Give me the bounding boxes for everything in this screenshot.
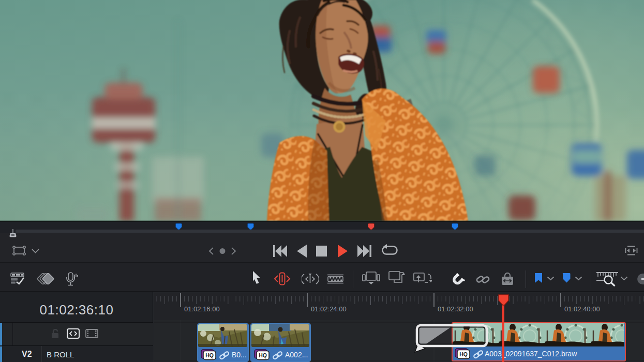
- svg-text:HQ: HQ: [205, 352, 214, 358]
- svg-text:HQ: HQ: [259, 352, 267, 358]
